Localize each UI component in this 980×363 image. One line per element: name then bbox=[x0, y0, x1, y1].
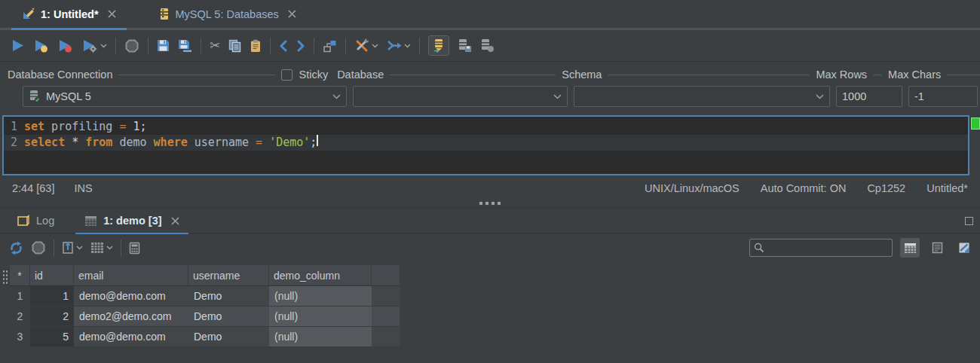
divider bbox=[608, 75, 810, 75]
table-cell[interactable]: 2 bbox=[30, 307, 74, 327]
column-header[interactable]: username bbox=[188, 265, 269, 286]
column-header[interactable]: demo_column bbox=[269, 265, 372, 286]
table-cell[interactable] bbox=[372, 327, 400, 347]
tab-untitled[interactable]: 1: Untitled* bbox=[11, 0, 127, 28]
divider bbox=[390, 75, 556, 75]
table-cell[interactable]: Demo bbox=[188, 327, 269, 347]
grid-drag-handle[interactable] bbox=[0, 265, 10, 347]
tab-log[interactable]: Log bbox=[8, 209, 63, 233]
max-rows-input[interactable]: 1000 bbox=[836, 86, 902, 107]
row-number[interactable]: 1 bbox=[10, 286, 30, 307]
save-as-icon[interactable] bbox=[178, 39, 192, 52]
database-filter-icon[interactable] bbox=[428, 35, 449, 56]
column-header[interactable]: id bbox=[30, 265, 74, 286]
run-stop-on-error-icon[interactable] bbox=[57, 38, 73, 53]
chevron-down-icon bbox=[553, 94, 562, 99]
table-cell[interactable]: demo2@demo.com bbox=[74, 307, 188, 327]
run-settings-icon[interactable] bbox=[81, 38, 107, 53]
row-number[interactable]: 2 bbox=[10, 307, 30, 327]
tab-label: MySQL 5: Databases bbox=[176, 8, 279, 20]
forward-icon[interactable] bbox=[296, 40, 305, 52]
search-input[interactable] bbox=[767, 243, 900, 254]
calculator-icon[interactable] bbox=[129, 242, 140, 255]
toolbar-separator bbox=[115, 38, 116, 54]
code-line[interactable]: 1set profiling = 1; bbox=[4, 119, 968, 135]
close-icon[interactable] bbox=[171, 217, 179, 225]
table-cell[interactable]: (null) bbox=[269, 327, 372, 347]
table-cell[interactable] bbox=[372, 286, 400, 307]
result-grid-area: *idemailusernamedemo_column11demo@demo.c… bbox=[0, 265, 980, 347]
run-icon[interactable] bbox=[11, 38, 25, 53]
tab-mysql-databases[interactable]: MySQL 5: Databases bbox=[148, 0, 307, 28]
file-name: Untitled* bbox=[926, 182, 968, 194]
text-view-icon[interactable] bbox=[927, 238, 947, 258]
caret-position: 2:44 [63] bbox=[12, 182, 54, 194]
refresh-icon[interactable] bbox=[9, 241, 23, 255]
result-search-box[interactable] bbox=[749, 239, 893, 257]
table-cell[interactable]: Demo bbox=[188, 307, 269, 327]
close-icon[interactable] bbox=[108, 10, 116, 18]
table-cell[interactable]: 1 bbox=[30, 286, 74, 307]
database-commit-icon[interactable] bbox=[458, 38, 472, 53]
grid-view-icon[interactable] bbox=[900, 238, 920, 258]
connection-bar: Database Connection Sticky Database Sche… bbox=[0, 62, 980, 114]
table-cell[interactable]: 5 bbox=[30, 327, 74, 347]
line-number: 2 bbox=[4, 135, 17, 151]
table-cell[interactable] bbox=[372, 307, 400, 327]
row-number[interactable]: 3 bbox=[10, 327, 30, 347]
export-icon[interactable] bbox=[62, 241, 83, 255]
sticky-checkbox[interactable] bbox=[281, 69, 292, 81]
grid-icon bbox=[84, 215, 97, 227]
tools-icon[interactable] bbox=[354, 38, 378, 53]
back-icon[interactable] bbox=[279, 40, 288, 52]
cut-icon[interactable]: ✂ bbox=[210, 39, 220, 52]
auto-commit-status[interactable]: Auto Commit: ON bbox=[761, 182, 847, 194]
database-connection-label: Database Connection bbox=[8, 69, 112, 81]
maximize-panel-icon[interactable] bbox=[965, 217, 973, 225]
run-continue-icon[interactable] bbox=[33, 38, 49, 53]
table-row: 35demo@demo.comDemo(null) bbox=[10, 327, 400, 347]
sql-token: select bbox=[24, 135, 65, 151]
max-chars-value: -1 bbox=[914, 90, 924, 102]
chart-view-icon[interactable] bbox=[954, 238, 974, 258]
tab-result-demo[interactable]: 1: demo [3] bbox=[75, 209, 188, 233]
toolbar-separator bbox=[270, 38, 271, 54]
grid-options-icon[interactable] bbox=[90, 242, 113, 254]
sql-editor[interactable]: 1set profiling = 1;2select * from demo w… bbox=[2, 115, 969, 175]
table-cell[interactable]: Demo bbox=[188, 286, 269, 307]
database-label: Database bbox=[337, 69, 384, 81]
panel-splitter[interactable] bbox=[0, 198, 980, 208]
line-ending[interactable]: UNIX/Linux/macOS bbox=[645, 182, 740, 194]
max-rows-value: 1000 bbox=[842, 90, 866, 102]
explain-plan-icon[interactable] bbox=[323, 39, 337, 53]
table-cell[interactable]: (null) bbox=[269, 286, 372, 307]
column-header[interactable] bbox=[372, 265, 400, 286]
tab-label: Log bbox=[36, 215, 54, 227]
table-cell[interactable]: demo@demo.com bbox=[74, 327, 188, 347]
table-cell[interactable]: demo@demo.com bbox=[74, 286, 188, 307]
connection-dropdown[interactable]: MySQL 5 bbox=[23, 86, 347, 107]
results-panel: Log 1: demo [3] bbox=[0, 208, 980, 347]
paste-icon[interactable] bbox=[250, 39, 262, 53]
stop-icon[interactable] bbox=[124, 38, 139, 53]
table-header-row: *idemailusernamedemo_column bbox=[10, 265, 400, 286]
save-icon[interactable] bbox=[157, 39, 170, 52]
schema-dropdown[interactable] bbox=[574, 86, 830, 107]
max-chars-input[interactable]: -1 bbox=[908, 86, 978, 107]
insert-mode: INS bbox=[74, 182, 92, 194]
close-icon[interactable] bbox=[288, 10, 296, 18]
database-rollback-icon[interactable] bbox=[480, 38, 495, 53]
run-script-icon[interactable] bbox=[387, 40, 411, 51]
editor-tabbar: 1: Untitled* MySQL 5: Databases bbox=[0, 0, 980, 30]
table-cell[interactable]: (null) bbox=[269, 307, 372, 327]
column-header[interactable]: email bbox=[74, 265, 188, 286]
encoding[interactable]: Cp1252 bbox=[867, 182, 905, 194]
copy-icon[interactable] bbox=[228, 39, 241, 53]
sql-token: username bbox=[188, 135, 256, 151]
sql-token: ; bbox=[310, 135, 317, 151]
stop-icon[interactable] bbox=[31, 240, 46, 255]
code-line[interactable]: 2select * from demo where username = 'De… bbox=[4, 135, 968, 151]
column-header[interactable]: * bbox=[10, 265, 30, 286]
sql-token: profiling bbox=[44, 119, 119, 135]
database-dropdown[interactable] bbox=[353, 86, 568, 107]
